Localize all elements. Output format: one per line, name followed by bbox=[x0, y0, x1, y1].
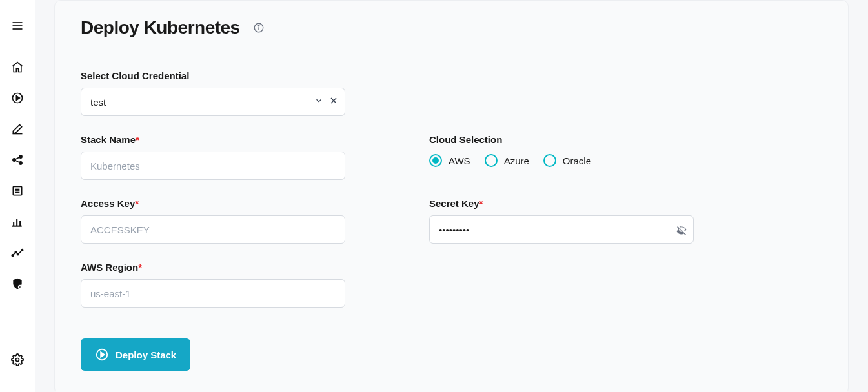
svg-line-9 bbox=[15, 157, 20, 159]
secretkey-label: Secret Key* bbox=[429, 198, 726, 209]
sidebar: e bbox=[0, 0, 35, 392]
credential-group: Select Cloud Credential bbox=[81, 70, 378, 116]
menu-icon[interactable] bbox=[6, 14, 29, 37]
svg-marker-4 bbox=[16, 96, 19, 101]
share-icon[interactable] bbox=[6, 148, 29, 172]
shield-icon[interactable]: e bbox=[6, 272, 29, 295]
svg-marker-32 bbox=[101, 352, 105, 357]
awsregion-group: AWS Region* bbox=[81, 262, 378, 308]
chevron-down-icon[interactable] bbox=[314, 96, 323, 108]
list-icon[interactable] bbox=[6, 179, 29, 202]
radio-oracle[interactable]: Oracle bbox=[543, 154, 591, 167]
credential-select[interactable] bbox=[81, 88, 345, 116]
page-title: Deploy Kubernetes bbox=[81, 17, 240, 38]
stackname-group: Stack Name* bbox=[81, 134, 378, 180]
radio-aws-indicator bbox=[429, 154, 442, 167]
cloud-selection-group: Cloud Selection AWS Azure Oracle bbox=[429, 134, 726, 180]
svg-point-19 bbox=[12, 255, 14, 257]
radio-azure[interactable]: Azure bbox=[485, 154, 529, 167]
play-circle-icon[interactable] bbox=[6, 86, 29, 110]
main-content: Deploy Kubernetes Select Cloud Credentia… bbox=[35, 0, 868, 392]
radio-aws-label: AWS bbox=[449, 155, 470, 166]
stackname-label: Stack Name* bbox=[81, 134, 378, 145]
visibility-off-icon[interactable] bbox=[676, 224, 687, 235]
svg-point-25 bbox=[16, 358, 19, 362]
deploy-card: Deploy Kubernetes Select Cloud Credentia… bbox=[54, 0, 849, 392]
bar-chart-icon[interactable] bbox=[6, 210, 29, 233]
credential-label: Select Cloud Credential bbox=[81, 70, 378, 81]
svg-point-21 bbox=[17, 253, 19, 255]
home-icon[interactable] bbox=[6, 55, 29, 79]
trend-icon[interactable] bbox=[6, 241, 29, 264]
settings-icon[interactable] bbox=[6, 348, 29, 371]
svg-point-28 bbox=[258, 25, 259, 26]
svg-point-20 bbox=[15, 251, 17, 253]
svg-point-22 bbox=[21, 250, 23, 251]
awsregion-input[interactable] bbox=[81, 279, 345, 308]
info-icon[interactable] bbox=[253, 22, 265, 34]
awsregion-label: AWS Region* bbox=[81, 262, 378, 273]
accesskey-label: Access Key* bbox=[81, 198, 378, 209]
secretkey-input[interactable] bbox=[429, 215, 694, 244]
stackname-input[interactable] bbox=[81, 152, 345, 180]
radio-oracle-label: Oracle bbox=[563, 155, 591, 166]
svg-line-10 bbox=[15, 161, 20, 162]
edit-icon[interactable] bbox=[6, 117, 29, 141]
accesskey-input[interactable] bbox=[81, 215, 345, 244]
radio-aws[interactable]: AWS bbox=[429, 154, 470, 167]
svg-text:e: e bbox=[19, 285, 21, 289]
clear-icon[interactable] bbox=[328, 95, 339, 108]
cloud-selection-label: Cloud Selection bbox=[429, 134, 726, 145]
secretkey-group: Secret Key* bbox=[429, 198, 726, 244]
accesskey-group: Access Key* bbox=[81, 198, 378, 244]
radio-oracle-indicator bbox=[543, 154, 556, 167]
deploy-button-label: Deploy Stack bbox=[116, 349, 176, 360]
deploy-stack-button[interactable]: Deploy Stack bbox=[81, 338, 190, 371]
radio-azure-label: Azure bbox=[504, 155, 529, 166]
radio-azure-indicator bbox=[485, 154, 498, 167]
